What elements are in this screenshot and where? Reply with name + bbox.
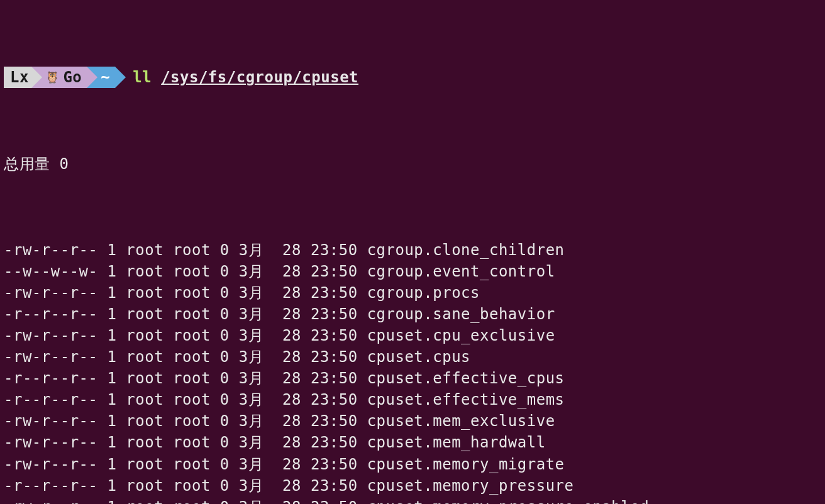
list-item: -rw-r--r-- 1 root root 0 3月 28 23:50 cpu… [4, 325, 821, 346]
file-meta: -rw-r--r-- 1 root root 0 3月 28 23:50 [4, 456, 367, 473]
file-name: cpuset.effective_mems [367, 391, 565, 408]
file-name: cgroup.event_control [367, 263, 555, 280]
file-meta: -rw-r--r-- 1 root root 0 3月 28 23:50 [4, 412, 367, 430]
file-name: cpuset.cpu_exclusive [367, 327, 555, 344]
list-item: -r--r--r-- 1 root root 0 3月 28 23:50 cgr… [4, 304, 821, 325]
file-meta: -rw-r--r-- 1 root root 0 3月 28 23:50 [4, 284, 367, 302]
prompt-host-label: Lx [10, 67, 29, 88]
command-name: ll [133, 67, 152, 88]
list-item: --w--w--w- 1 root root 0 3月 28 23:50 cgr… [4, 261, 821, 282]
file-meta: -r--r--r-- 1 root root 0 3月 28 23:50 [4, 370, 367, 387]
list-item: -rw-r--r-- 1 root root 0 3月 28 23:50 cpu… [4, 454, 821, 475]
file-meta: -rw-r--r-- 1 root root 0 3月 28 23:50 [4, 348, 367, 366]
file-name: cpuset.mem_exclusive [367, 412, 555, 430]
terminal[interactable]: Lx 🦉 Go ~ ll /sys/fs/cgroup/cpuset 总用量 0… [0, 0, 825, 504]
prompt-line[interactable]: Lx 🦉 Go ~ ll /sys/fs/cgroup/cpuset [4, 67, 821, 88]
prompt-context-label: Go [63, 67, 82, 88]
file-name: cpuset.effective_cpus [367, 370, 565, 387]
file-name: cpuset.memory_migrate [367, 456, 565, 473]
file-meta: -r--r--r-- 1 root root 0 3月 28 23:50 [4, 391, 367, 408]
list-item: -rw-r--r-- 1 root root 0 3月 28 23:50 cgr… [4, 239, 821, 261]
file-name: cgroup.procs [367, 284, 480, 302]
owl-icon: 🦉 [45, 69, 60, 85]
list-item: -rw-r--r-- 1 root root 0 3月 28 23:50 cpu… [4, 496, 821, 504]
file-name: cpuset.memory_pressure [367, 477, 574, 495]
total-line: 总用量 0 [4, 153, 821, 175]
chevron-right-icon [115, 67, 126, 88]
file-meta: -r--r--r-- 1 root root 0 3月 28 23:50 [4, 477, 367, 495]
file-name: cgroup.sane_behavior [367, 305, 555, 323]
list-item: -r--r--r-- 1 root root 0 3月 28 23:50 cpu… [4, 389, 821, 410]
command-argument: /sys/fs/cgroup/cpuset [161, 67, 358, 88]
list-item: -rw-r--r-- 1 root root 0 3月 28 23:50 cpu… [4, 432, 821, 453]
file-name: cpuset.memory_pressure_enabled [367, 498, 649, 504]
file-name: cpuset.mem_hardwall [367, 434, 546, 451]
file-name: cgroup.clone_children [367, 241, 565, 259]
chevron-right-icon [31, 67, 42, 88]
list-item: -rw-r--r-- 1 root root 0 3月 28 23:50 cgr… [4, 282, 821, 304]
prompt-cwd-label: ~ [101, 67, 110, 88]
file-meta: -rw-r--r-- 1 root root 0 3月 28 23:50 [4, 327, 367, 344]
file-meta: -rw-r--r-- 1 root root 0 3月 28 23:50 [4, 498, 367, 504]
directory-listing: -rw-r--r-- 1 root root 0 3月 28 23:50 cgr… [4, 239, 821, 504]
file-name: cpuset.cpus [367, 348, 470, 366]
list-item: -r--r--r-- 1 root root 0 3月 28 23:50 cpu… [4, 368, 821, 389]
command-input-area[interactable]: ll /sys/fs/cgroup/cpuset [115, 67, 358, 88]
list-item: -rw-r--r-- 1 root root 0 3月 28 23:50 cpu… [4, 346, 821, 368]
file-meta: -r--r--r-- 1 root root 0 3月 28 23:50 [4, 305, 367, 323]
chevron-right-icon [87, 67, 97, 88]
prompt-seg-host: Lx [4, 67, 31, 88]
list-item: -r--r--r-- 1 root root 0 3月 28 23:50 cpu… [4, 475, 821, 496]
file-meta: --w--w--w- 1 root root 0 3月 28 23:50 [4, 263, 367, 280]
file-meta: -rw-r--r-- 1 root root 0 3月 28 23:50 [4, 241, 367, 259]
file-meta: -rw-r--r-- 1 root root 0 3月 28 23:50 [4, 434, 367, 451]
list-item: -rw-r--r-- 1 root root 0 3月 28 23:50 cpu… [4, 410, 821, 432]
